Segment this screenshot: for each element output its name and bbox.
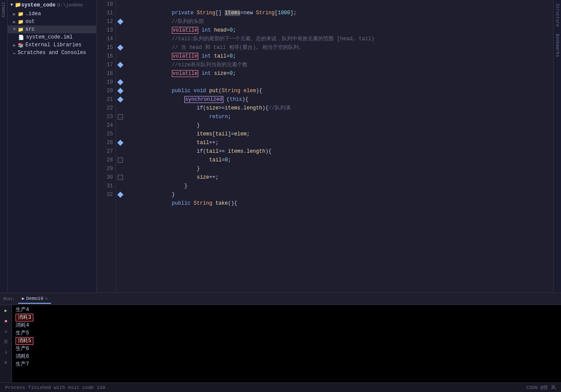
sidebar-item-label-scratches: Scratches and Consoles — [18, 50, 86, 56]
right-tabs: Structure Bookmarks — [553, 0, 561, 292]
bp-23[interactable]: − — [116, 112, 125, 121]
sidebar-item-label-libs: External Libraries — [26, 42, 82, 48]
bp-19[interactable] — [116, 78, 125, 87]
bp-15[interactable] — [116, 43, 125, 52]
arrow-icon-src: ▼ — [13, 27, 16, 32]
console-line-7: 消耗6 — [16, 353, 558, 360]
bp-10 — [116, 0, 125, 9]
folder-icon: 📁 — [15, 2, 21, 8]
sidebar-item-external-libs[interactable]: ▶ 📚 External Libraries — [8, 41, 96, 49]
status-text: Process finished with exit code 130 — [5, 385, 105, 390]
sidebar-item-iml[interactable]: 📄 system_code.iml — [8, 33, 96, 41]
run-button[interactable]: ▶ — [2, 307, 10, 315]
sidebar-item-scratches[interactable]: ✏ Scratches and Consoles — [8, 49, 96, 57]
sidebar-item-label-iml: system_code.iml — [26, 34, 73, 40]
bp-26[interactable] — [116, 138, 125, 147]
bp-28[interactable]: − — [116, 156, 125, 164]
folder-src-icon: 📁 — [18, 27, 24, 32]
arrow-icon-out: ▶ — [13, 19, 16, 25]
sidebar-item-idea[interactable]: ▶ 📁 .idea — [8, 10, 96, 18]
run-tab-icon: ▶ — [22, 296, 24, 301]
console-status: Process finished with exit code 130 CSDN… — [0, 382, 561, 392]
csdn-label: CSDN @登 风 — [526, 384, 556, 391]
sidebar-item-src[interactable]: ▼ 📁 src — [8, 26, 96, 33]
bp-11 — [116, 9, 125, 17]
editor-area: 10 11 12 13 14 15 16 17 18 19 20 21 22 2… — [97, 0, 553, 292]
structure-tab[interactable]: Structure — [554, 0, 561, 30]
bp-31 — [116, 182, 125, 190]
stop-button[interactable]: ■ — [2, 317, 10, 325]
project-path: D:\jonbhe — [57, 3, 83, 8]
breakpoint-gutter: − − − — [116, 0, 125, 292]
console-line-4: 生产5 — [16, 329, 558, 337]
rerun-button[interactable]: ↺ — [2, 328, 10, 335]
sidebar-item-label-src: src — [26, 26, 35, 32]
line-numbers: 10 11 12 13 14 15 16 17 18 19 20 21 22 2… — [97, 0, 116, 292]
bp-24 — [116, 121, 125, 130]
sidebar: ▼ 📁 system_code D:\jonbhe ▶ 📁 .idea ▶ 📁 … — [8, 0, 97, 292]
console-line-5-highlighted: 消耗5 — [16, 337, 33, 345]
bottom-panel: Run: ▶ Demo19 ✕ ▶ ■ ↺ ☰ ⤓ ⚙ 生产4 消耗3 消耗4 … — [0, 292, 561, 392]
bp-29 — [116, 164, 125, 173]
bp-22 — [116, 104, 125, 112]
console-toolbar: ▶ ■ ↺ ☰ ⤓ ⚙ 生产4 消耗3 消耗4 生产5 消耗5 生产6 消耗6 … — [0, 305, 561, 382]
project-header[interactable]: ▼ 📁 system_code D:\jonbhe — [8, 0, 96, 10]
bp-30[interactable]: − — [116, 173, 125, 182]
run-label: Run: — [3, 296, 15, 302]
bp-12[interactable] — [116, 17, 125, 26]
filter-button[interactable]: ☰ — [2, 338, 10, 346]
bp-17[interactable] — [116, 61, 125, 69]
folder-idea-icon: 📁 — [18, 11, 24, 17]
bp-21[interactable] — [116, 95, 125, 104]
project-arrow: ▼ — [10, 3, 13, 7]
console-line-3: 消耗4 — [16, 321, 558, 329]
bp-20[interactable] — [116, 87, 125, 95]
demo19-tab[interactable]: ▶ Demo19 ✕ — [18, 294, 51, 304]
scroll-button[interactable]: ⤓ — [2, 348, 10, 356]
sidebar-item-label: .idea — [26, 11, 41, 17]
bp-13 — [116, 26, 125, 35]
console-line-8: 生产7 — [16, 360, 558, 368]
bp-32[interactable] — [116, 190, 125, 199]
commit-tab[interactable]: Commit — [1, 0, 6, 19]
scratches-icon: ✏ — [13, 50, 16, 56]
folder-out-icon: 📁 — [18, 19, 24, 25]
code-line-31: } — [128, 182, 553, 190]
arrow-icon: ▶ — [13, 11, 16, 17]
console-side-buttons: ▶ ■ ↺ ☰ ⤓ ⚙ — [0, 305, 12, 382]
sidebar-item-label-out: out — [26, 19, 35, 25]
settings-button[interactable]: ⚙ — [2, 359, 10, 366]
file-icon: 📄 — [18, 35, 24, 40]
console-line-6: 生产6 — [16, 345, 558, 353]
code-line-19: public void put(String elem){ — [128, 78, 553, 87]
code-line-32: public String take(){ — [128, 190, 553, 199]
arrow-icon-libs: ▶ — [13, 42, 16, 48]
console-line-2-highlighted: 消耗3 — [16, 314, 33, 321]
bp-27 — [116, 147, 125, 156]
console-line-1: 生产4 — [16, 306, 558, 314]
project-name: system_code — [21, 2, 55, 8]
bp-18 — [116, 69, 125, 78]
bp-25 — [116, 130, 125, 138]
bookmarks-tab[interactable]: Bookmarks — [554, 30, 561, 61]
code-container: 10 11 12 13 14 15 16 17 18 19 20 21 22 2… — [97, 0, 553, 292]
bp-16 — [116, 52, 125, 61]
bottom-tabs: Run: ▶ Demo19 ✕ — [0, 293, 561, 305]
sidebar-item-out[interactable]: ▶ 📁 out — [8, 18, 96, 26]
bp-14 — [116, 35, 125, 43]
console-output: 生产4 消耗3 消耗4 生产5 消耗5 生产6 消耗6 生产7 — [12, 305, 561, 382]
code-line-10: private String[] items=new String[1000]; — [128, 0, 553, 9]
lib-icon: 📚 — [18, 42, 24, 48]
left-gutter: Commit — [0, 0, 8, 292]
tab-close-icon[interactable]: ✕ — [45, 296, 48, 301]
tab-name: Demo19 — [26, 296, 43, 301]
code-lines[interactable]: private String[] items=new String[1000];… — [125, 0, 553, 292]
